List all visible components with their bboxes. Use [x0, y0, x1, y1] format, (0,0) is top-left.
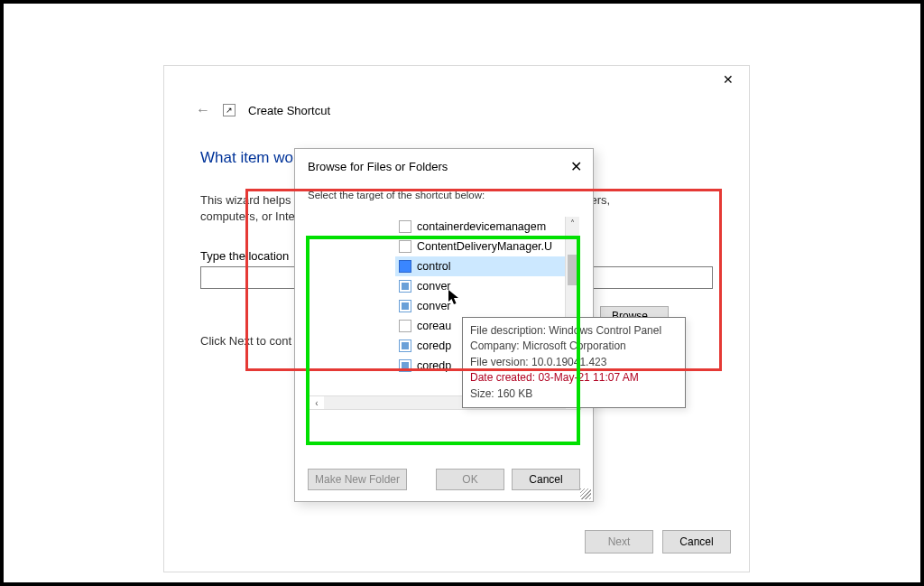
ok-button[interactable]: OK — [436, 469, 504, 490]
system-icon — [399, 359, 411, 372]
browse-titlebar: Browse for Files or Folders ✕ — [295, 149, 593, 184]
file-icon — [399, 220, 411, 233]
tree-item[interactable]: conver — [395, 276, 570, 296]
file-icon — [399, 240, 411, 253]
tree-item-label: conver — [417, 280, 451, 293]
titlebar: ✕ — [164, 66, 749, 93]
tree-item-control[interactable]: control — [395, 256, 570, 276]
cancel-button[interactable]: Cancel — [662, 530, 731, 553]
browse-cancel-button[interactable]: Cancel — [512, 469, 580, 490]
wizard-text-part1: This wizard helps y — [200, 193, 300, 207]
tooltip-line-date: Date created: 03-May-21 11:07 AM — [470, 370, 678, 386]
browse-close-button[interactable]: ✕ — [570, 158, 582, 175]
scroll-up-icon[interactable]: ˄ — [566, 217, 579, 231]
resize-grip-icon[interactable] — [580, 488, 591, 499]
system-icon — [399, 280, 411, 293]
browse-subtitle: Select the target of the shortcut below: — [295, 184, 593, 207]
tree-item[interactable]: conver — [395, 296, 570, 316]
scroll-left-icon[interactable]: ‹ — [310, 398, 324, 408]
file-tooltip: File description: Windows Control Panel … — [462, 317, 686, 408]
close-icon: ✕ — [723, 73, 734, 86]
tree-item-label: coredp — [417, 359, 451, 372]
next-button[interactable]: Next — [585, 530, 653, 553]
tree-item-label: coreau — [417, 320, 451, 332]
window-title: Create Shortcut — [248, 104, 330, 117]
tooltip-line: File version: 10.0.19041.423 — [470, 355, 678, 370]
tree-item-label: conver — [417, 300, 451, 312]
tooltip-line: Company: Microsoft Corporation — [470, 339, 678, 354]
screenshot-frame: ✕ ← ↗ Create Shortcut What item wo This … — [0, 0, 924, 586]
tree-item-label: ContentDeliveryManager.U — [417, 240, 552, 253]
system-icon — [399, 340, 411, 352]
system-icon — [399, 300, 411, 312]
tree-item[interactable]: ContentDeliveryManager.U — [395, 237, 570, 256]
app-icon — [399, 260, 411, 273]
back-arrow-icon[interactable]: ← — [196, 102, 210, 118]
tree-item-label: containerdevicemanagem — [417, 220, 546, 233]
make-new-folder-button[interactable]: Make New Folder — [308, 469, 407, 490]
tooltip-line: File description: Windows Control Panel — [470, 323, 678, 339]
header-row: ← ↗ Create Shortcut — [164, 93, 749, 124]
wizard-button-row: Next Cancel — [585, 530, 731, 553]
tree-item-label: control — [417, 260, 451, 273]
browse-button-row: Make New Folder OK Cancel — [295, 469, 593, 490]
shortcut-icon: ↗ — [223, 104, 236, 116]
tooltip-line: Size: 160 KB — [470, 386, 678, 402]
scroll-thumb[interactable] — [568, 255, 578, 285]
file-icon — [399, 320, 411, 332]
tree-item-label: coredp — [417, 340, 451, 352]
browse-title: Browse for Files or Folders — [308, 160, 448, 173]
tree-item[interactable]: containerdevicemanagem — [395, 217, 570, 237]
window-close-button[interactable]: ✕ — [707, 66, 749, 93]
